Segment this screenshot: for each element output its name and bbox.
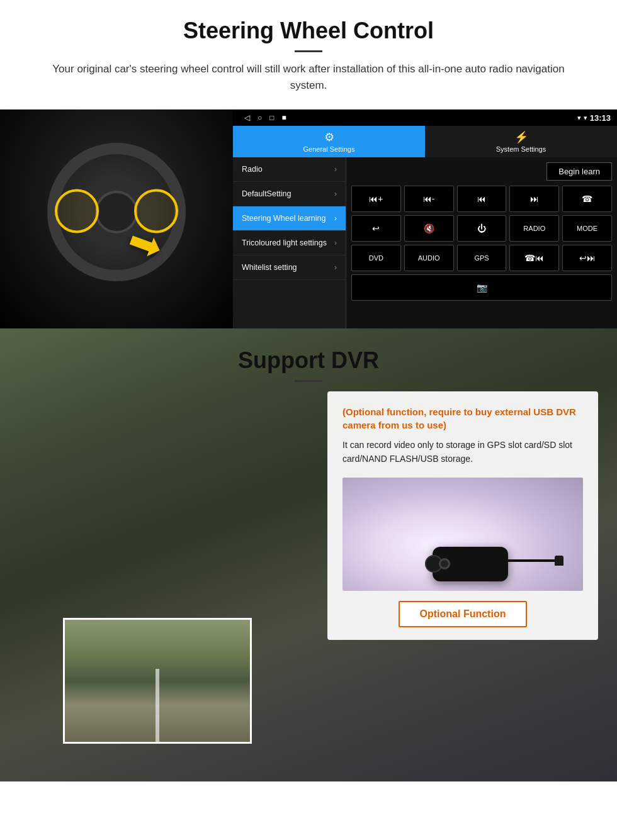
ctrl-power[interactable]: ⏻ <box>457 215 507 242</box>
phone-icon: ☎ <box>582 194 592 204</box>
ctrl-mute[interactable]: 🔇 <box>404 215 454 242</box>
phone-prev-icon: ☎⏮ <box>524 253 544 263</box>
ctrl-gps[interactable]: GPS <box>457 245 507 271</box>
control-row-4: 📷 <box>351 274 612 301</box>
status-bar: ◁ ○ □ ■ ▾ ▾ 13:13 <box>233 109 617 126</box>
dvr-optional-text: (Optional function, require to buy exter… <box>342 405 583 432</box>
nav-icons: ◁ ○ □ ■ <box>239 113 575 122</box>
menu-item-whitelist[interactable]: Whitelist setting › <box>233 255 346 280</box>
menu-radio-label: Radio <box>242 165 263 174</box>
steering-wheel-section: Steering Wheel Control Your original car… <box>0 0 617 328</box>
tab-bar: ⚙ General Settings ⚡ System Settings <box>233 126 617 157</box>
dvr-thumbnail-photo <box>63 618 252 744</box>
begin-learn-button[interactable]: Begin learn <box>546 162 612 181</box>
steering-photo: ➡ <box>0 109 233 328</box>
camera-body <box>433 547 508 581</box>
dvr-section: Support DVR (Optional function, require … <box>0 328 617 781</box>
section-title: Steering Wheel Control <box>38 18 579 44</box>
dvr-divider <box>295 380 322 382</box>
left-menu: Radio › DefaultSetting › Steering Wheel … <box>233 157 346 328</box>
menu-item-radio[interactable]: Radio › <box>233 157 346 182</box>
tab-general-label: General Settings <box>303 145 355 153</box>
mode-label: MODE <box>577 225 597 232</box>
dvr-camera-image <box>342 478 583 591</box>
ctrl-dvd[interactable]: DVD <box>351 245 401 271</box>
ctrl-radio[interactable]: RADIO <box>509 215 559 242</box>
ctrl-prev[interactable]: ⏮ <box>457 186 507 212</box>
radio-label: RADIO <box>523 225 545 232</box>
prev-icon: ⏮ <box>477 194 486 204</box>
begin-learn-row: Begin learn <box>351 162 612 181</box>
highlight-circle-left <box>55 189 99 233</box>
next-icon: ⏭ <box>530 194 539 204</box>
system-icon: ⚡ <box>514 130 528 144</box>
menu-tricolour-label: Tricoloured light settings <box>242 238 327 247</box>
dvr-description: It can record video only to storage in G… <box>342 438 583 466</box>
home-icon: ○ <box>258 113 262 122</box>
tab-general-settings[interactable]: ⚙ General Settings <box>233 126 425 157</box>
optional-function-button[interactable]: Optional Function <box>399 601 528 627</box>
mute-icon: 🔇 <box>424 223 434 233</box>
ctrl-next[interactable]: ⏭ <box>509 186 559 212</box>
ctrl-vol-down[interactable]: ⏮- <box>404 186 454 212</box>
status-bar-icons: ▾ ▾ 13:13 <box>577 113 611 123</box>
dvr-icon: 📷 <box>477 283 487 293</box>
phone-next-icon: ↩⏭ <box>579 253 596 263</box>
signal-icon: ▾ <box>577 114 581 122</box>
ctrl-vol-up[interactable]: ⏮+ <box>351 186 401 212</box>
section-header: Steering Wheel Control Your original car… <box>0 0 617 98</box>
back-call-icon: ↩ <box>372 223 380 233</box>
chevron-icon: › <box>334 214 337 223</box>
dvd-label: DVD <box>369 254 383 262</box>
chevron-icon: › <box>334 238 337 247</box>
dvr-info-card: (Optional function, require to buy exter… <box>327 391 598 640</box>
back-icon: ◁ <box>244 113 250 122</box>
menu-item-default[interactable]: DefaultSetting › <box>233 182 346 206</box>
steering-wheel-background: ➡ <box>0 109 233 328</box>
steering-demo: ➡ ◁ ○ □ ■ ▾ ▾ 13:13 <box>0 109 617 328</box>
camera-lens-icon <box>439 558 450 569</box>
ctrl-dvr[interactable]: 📷 <box>351 274 612 301</box>
control-row-3: DVD AUDIO GPS ☎⏮ <box>351 245 612 271</box>
wifi-icon: ▾ <box>584 114 587 122</box>
chevron-icon: › <box>334 165 337 174</box>
ctrl-mode[interactable]: MODE <box>562 215 612 242</box>
audio-label: AUDIO <box>418 254 440 262</box>
android-ui-panel: ◁ ○ □ ■ ▾ ▾ 13:13 ⚙ General Settings <box>233 109 617 328</box>
gear-icon: ⚙ <box>324 130 334 144</box>
dvr-title: Support DVR <box>25 347 592 374</box>
status-time: 13:13 <box>590 113 611 123</box>
camera-cable <box>495 559 558 562</box>
chevron-icon: › <box>334 189 337 198</box>
menu-default-label: DefaultSetting <box>242 189 292 198</box>
ctrl-phone[interactable]: ☎ <box>562 186 612 212</box>
ctrl-phone-next[interactable]: ↩⏭ <box>562 245 612 271</box>
ctrl-back[interactable]: ↩ <box>351 215 401 242</box>
tab-system-label: System Settings <box>496 145 546 153</box>
menu-item-steering[interactable]: Steering Wheel learning › <box>233 206 346 231</box>
right-panel: Begin learn ⏮+ ⏮- <box>346 157 617 328</box>
menu-icon: ■ <box>282 113 286 122</box>
thumbnail-road-image <box>65 620 250 742</box>
recent-icon: □ <box>269 113 274 122</box>
tab-system-settings[interactable]: ⚡ System Settings <box>425 126 617 157</box>
dvr-content: Support DVR <box>0 328 617 388</box>
vol-up-icon: ⏮+ <box>369 194 383 204</box>
control-row-2: ↩ 🔇 ⏻ RADIO MOD <box>351 215 612 242</box>
section-subtitle: Your original car's steering wheel contr… <box>38 61 579 93</box>
title-divider <box>295 50 322 52</box>
control-row-1: ⏮+ ⏮- ⏮ ⏭ ☎ <box>351 186 612 212</box>
menu-steering-label: Steering Wheel learning <box>242 214 325 223</box>
menu-item-tricolour[interactable]: Tricoloured light settings › <box>233 231 346 255</box>
control-grid: ⏮+ ⏮- ⏮ ⏭ ☎ <box>351 186 612 301</box>
gps-label: GPS <box>474 254 489 262</box>
ctrl-phone-prev[interactable]: ☎⏮ <box>509 245 559 271</box>
ctrl-audio[interactable]: AUDIO <box>404 245 454 271</box>
power-icon: ⏻ <box>477 223 486 233</box>
dvr-header: Support DVR <box>0 328 617 388</box>
menu-whitelist-label: Whitelist setting <box>242 263 297 272</box>
chevron-icon: › <box>334 263 337 272</box>
camera-device <box>433 547 508 581</box>
vol-down-icon: ⏮- <box>423 194 435 204</box>
main-content: Radio › DefaultSetting › Steering Wheel … <box>233 157 617 328</box>
